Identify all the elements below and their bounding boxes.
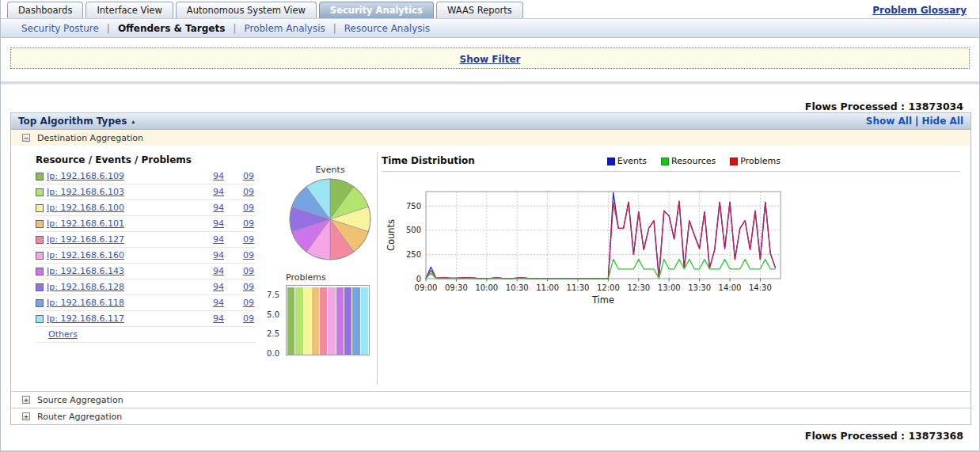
- flows-processed-top: Flows Processed : 13873034: [805, 101, 963, 112]
- tab-security-analytics[interactable]: Security Analytics: [319, 2, 434, 19]
- svg-text:14:30: 14:30: [749, 283, 772, 292]
- ip-link[interactable]: Ip: 192.168.6.101: [47, 218, 124, 229]
- resource-row: Ip: 192.168.6.118 94 09: [36, 295, 256, 311]
- events-pie-svg: [288, 177, 372, 261]
- ip-link[interactable]: Ip: 192.168.6.143: [47, 266, 124, 276]
- problem-bar: [304, 287, 311, 355]
- expand-toggle-icon[interactable]: +: [22, 412, 30, 420]
- svg-text:0: 0: [416, 275, 421, 283]
- show-filter-link[interactable]: Show Filter: [460, 54, 521, 65]
- resource-row: Ip: 192.168.6.117 94 09: [36, 311, 256, 327]
- subnav-offenders-targets[interactable]: Offenders & Targets: [118, 23, 225, 34]
- others-row: Others: [36, 327, 256, 343]
- problems-count-link[interactable]: 09: [235, 234, 254, 245]
- row-color-swatch: [36, 252, 44, 260]
- legend-swatch: [730, 158, 738, 165]
- collapse-arrow-icon[interactable]: ▴: [131, 118, 135, 125]
- legend-swatch: [607, 158, 615, 165]
- source-aggregation-row[interactable]: + Source Aggregation: [11, 391, 971, 408]
- problems-count-link[interactable]: 09: [235, 298, 254, 308]
- problems-count-link[interactable]: 09: [235, 250, 254, 260]
- legend-swatch: [661, 158, 669, 165]
- tab-dashboards[interactable]: Dashboards: [7, 2, 83, 19]
- problem-glossary-link[interactable]: Problem Glossary: [872, 5, 967, 16]
- ip-link[interactable]: Ip: 192.168.6.127: [47, 234, 124, 245]
- row-color-swatch: [36, 188, 44, 196]
- tab-autonomous-system-view[interactable]: Autonomous System View: [176, 2, 317, 19]
- destination-aggregation-content: Resource / Events / Problems Ip: 192.168…: [11, 146, 971, 391]
- expand-toggle-icon[interactable]: +: [22, 396, 30, 404]
- problems-bar-area: [286, 285, 370, 355]
- problem-bar: [320, 287, 327, 355]
- subnav-separator: |: [333, 23, 336, 34]
- events-count-link[interactable]: 94: [213, 282, 235, 292]
- events-count-link[interactable]: 94: [213, 250, 235, 260]
- problems-count-link[interactable]: 09: [235, 171, 254, 181]
- resource-row: Ip: 192.168.6.100 94 09: [36, 200, 256, 216]
- events-count-link[interactable]: 94: [213, 171, 235, 181]
- section-divider: [1, 82, 979, 85]
- destination-aggregation-row[interactable]: − Destination Aggregation: [11, 130, 971, 146]
- page: Dashboards Interface View Autonomous Sys…: [0, 0, 980, 452]
- ip-link[interactable]: Ip: 192.168.6.100: [47, 203, 124, 213]
- collapse-toggle-icon[interactable]: −: [22, 134, 30, 142]
- row-color-swatch: [36, 315, 44, 323]
- show-all-link[interactable]: Show All: [866, 116, 912, 127]
- hide-all-link[interactable]: Hide All: [921, 116, 963, 127]
- ip-link[interactable]: Ip: 192.168.6.160: [47, 250, 124, 260]
- svg-text:09:00: 09:00: [415, 283, 438, 292]
- time-distribution-title: Time Distribution: [382, 155, 475, 166]
- tab-interface-view[interactable]: Interface View: [85, 2, 173, 19]
- problems-count-link[interactable]: 09: [235, 187, 254, 197]
- row-color-swatch: [36, 173, 44, 180]
- problems-count-link[interactable]: 09: [235, 266, 254, 276]
- row-color-swatch: [36, 299, 44, 307]
- ip-link[interactable]: Ip: 192.168.6.118: [47, 298, 124, 308]
- events-count-link[interactable]: 94: [213, 313, 235, 324]
- resource-row: Ip: 192.168.6.143 94 09: [36, 264, 256, 279]
- time-chart-legend: Events Resources Problems: [593, 156, 781, 166]
- legend-label: Events: [617, 156, 647, 166]
- subnav-resource-analysis[interactable]: Resource Analysis: [344, 23, 430, 34]
- events-count-link[interactable]: 94: [213, 203, 235, 213]
- problems-count-link[interactable]: 09: [235, 313, 254, 324]
- svg-text:12:30: 12:30: [627, 283, 650, 292]
- problem-bar: [312, 287, 319, 355]
- subnav-bar: Security Posture | Offenders & Targets |…: [1, 18, 979, 38]
- events-pie-title: Events: [275, 165, 385, 175]
- resource-list-title: Resource / Events / Problems: [36, 154, 192, 165]
- problems-count-link[interactable]: 09: [235, 218, 254, 229]
- resource-list: Ip: 192.168.6.109 94 09 Ip: 192.168.6.10…: [36, 169, 256, 327]
- row-color-swatch: [36, 220, 44, 228]
- ip-link[interactable]: Ip: 192.168.6.103: [47, 187, 124, 197]
- ip-link[interactable]: Ip: 192.168.6.109: [47, 171, 124, 181]
- events-count-link[interactable]: 94: [213, 218, 235, 229]
- legend-item: Problems: [730, 156, 781, 166]
- svg-text:14:00: 14:00: [719, 283, 742, 292]
- events-count-link[interactable]: 94: [213, 187, 235, 197]
- events-count-link[interactable]: 94: [213, 234, 235, 245]
- ip-link[interactable]: Ip: 192.168.6.117: [47, 313, 124, 324]
- subnav-security-posture[interactable]: Security Posture: [21, 23, 99, 34]
- svg-text:11:30: 11:30: [567, 283, 590, 292]
- subnav-problem-analysis[interactable]: Problem Analysis: [244, 23, 325, 34]
- problem-bar: [344, 287, 351, 355]
- svg-text:11:00: 11:00: [536, 283, 559, 292]
- flows-processed-bottom: Flows Processed : 13873368: [805, 430, 963, 442]
- problems-count-link[interactable]: 09: [235, 203, 254, 213]
- others-link[interactable]: Others: [48, 329, 78, 340]
- problems-count-link[interactable]: 09: [235, 282, 254, 292]
- ip-link[interactable]: Ip: 192.168.6.128: [47, 282, 124, 292]
- problem-bar: [361, 287, 368, 355]
- events-count-link[interactable]: 94: [213, 298, 235, 308]
- bar-ytick-label: 0.0: [267, 349, 279, 358]
- svg-text:10:30: 10:30: [506, 283, 529, 292]
- tab-waas-reports[interactable]: WAAS Reports: [436, 2, 523, 19]
- svg-text:500: 500: [406, 226, 421, 234]
- bar-ytick-label: 2.5: [267, 329, 279, 338]
- panel-header: Top Algorithm Types ▴ Show All|Hide All: [11, 113, 971, 130]
- router-aggregation-row[interactable]: + Router Aggregation: [11, 408, 971, 424]
- row-color-swatch: [36, 268, 44, 275]
- resource-row: Ip: 192.168.6.103 94 09: [36, 184, 256, 200]
- events-count-link[interactable]: 94: [213, 266, 235, 276]
